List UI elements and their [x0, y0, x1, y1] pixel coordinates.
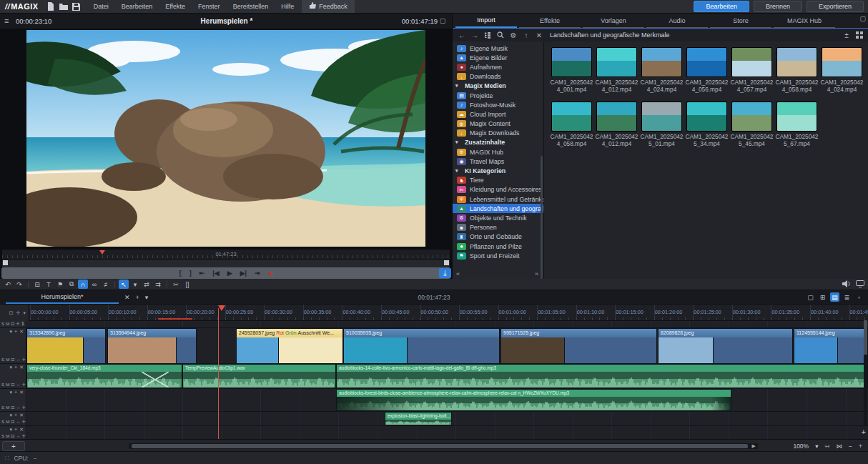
horizontal-scrollbar-thumb[interactable] — [132, 444, 748, 448]
video-clip[interactable]: 510035935.jpeg — [343, 328, 500, 363]
link-tracks-button[interactable]: ∞ — [89, 280, 99, 289]
track-size-icon[interactable]: ↔ — [16, 382, 20, 387]
track-lane-4[interactable]: audioblocks-forest-birds-close-ambience-… — [26, 389, 868, 411]
track-header-4[interactable]: ▾+✕SM⊡↔✛4 — [0, 389, 26, 411]
sidebar-item-tiere[interactable]: ♞Tiere — [453, 176, 543, 185]
vertical-scrollbar-thumb[interactable] — [864, 320, 867, 355]
sidebar-group-ki-kategorien[interactable]: ▾KI Kategorien — [453, 166, 543, 175]
media-file-item[interactable]: CAM1_20250424_012.mp4 — [594, 47, 639, 94]
menu-fenster[interactable]: Fenster — [192, 3, 227, 10]
media-file-item[interactable]: CAM1_20250424_057.mp4 — [729, 47, 774, 94]
track-lock-icon[interactable]: ⊡ — [11, 419, 14, 424]
track-close-icon[interactable]: ✕ — [19, 413, 24, 418]
jump-start-button[interactable]: ⇤ — [199, 270, 205, 277]
mute-button[interactable]: M — [6, 321, 9, 326]
fx-all-icon[interactable]: ✛ — [16, 310, 21, 316]
track-header-6[interactable]: ▾+✕SM⊡↔✛6 — [0, 426, 26, 440]
mouse-mode-dropdown[interactable]: ▾ — [130, 280, 140, 289]
snap-magnet-button[interactable]: ∩ — [78, 280, 88, 289]
track-add-icon[interactable]: + — [14, 390, 17, 395]
mode-button-brennen[interactable]: Brennen — [754, 1, 802, 12]
sidebar-item-personen[interactable]: ☻Personen — [453, 223, 543, 232]
previous-frame-button[interactable]: |◀ — [212, 270, 219, 277]
sidebar-item-downloads[interactable]: ↓Downloads — [453, 72, 543, 82]
resize-thumbnails-icon[interactable]: ± — [843, 31, 850, 39]
solo-button[interactable]: S — [1, 419, 4, 424]
video-clip[interactable]: 995171525.jpeg — [500, 328, 657, 363]
preview-detach-icon[interactable]: ▢ — [438, 17, 448, 24]
track-size-icon[interactable]: ↔ — [16, 419, 20, 424]
track-lane-5[interactable]: explosion-blast-lightning-bolt... — [26, 412, 868, 425]
range-button[interactable]: [] — [182, 280, 192, 289]
close-project-tab-icon[interactable]: ✕ — [124, 294, 130, 301]
range-in-button[interactable]: [ — [179, 270, 182, 277]
mute-button[interactable]: M — [6, 405, 9, 410]
sidebar-item-magix-hub[interactable]: ⊕MAGIX Hub — [453, 147, 543, 157]
program-monitor-icon[interactable] — [856, 280, 864, 289]
sidebar-group-zusatzinhalte[interactable]: ▾Zusatzinhalte — [453, 138, 543, 147]
video-clip[interactable]: 1124555144.jpeg — [794, 328, 868, 363]
sidebar-item-orte-und-gebäude[interactable]: ♜Orte und Gebäude — [453, 232, 543, 242]
track-dropdown-icon[interactable]: ▾ — [10, 413, 13, 418]
video-preview[interactable] — [26, 30, 425, 247]
new-project-tab-icon[interactable]: + — [136, 294, 139, 301]
audio-clip[interactable]: audioblocks-14-colle-tivo-armonico-carlo… — [336, 364, 868, 388]
import-to-timeline-button[interactable]: ⤓ — [439, 268, 451, 278]
media-file-item[interactable]: CAM1_20250424_024.mp4 — [819, 47, 864, 94]
media-file-item[interactable]: CAM1_20250425_34.mp4 — [684, 102, 729, 148]
track-size-icon[interactable]: ↔ — [16, 357, 20, 362]
fit-project-icon[interactable]: ⇿ — [824, 443, 829, 450]
track-lane-6[interactable] — [26, 426, 868, 440]
lock-all-icon[interactable]: ⊡ — [9, 310, 14, 316]
jump-end-button[interactable]: ⇥ — [255, 270, 260, 277]
track-header-5[interactable]: ▾+✕SM⊡↔✛5 — [0, 412, 26, 425]
feedback-button[interactable]: Feedback — [302, 0, 355, 13]
next-frame-button[interactable]: ▶| — [240, 270, 247, 277]
sidebar-item-eigene-musik[interactable]: ♪Eigene Musik — [453, 44, 543, 53]
menu-datei[interactable]: Datei — [87, 3, 115, 10]
sidebar-item-cloud-import[interactable]: ☁Cloud Import — [453, 109, 543, 119]
clear-filter-icon[interactable]: ✕ — [536, 31, 543, 39]
track-fx-icon[interactable]: ✛ — [22, 382, 26, 387]
mute-button[interactable]: M — [6, 433, 9, 438]
up-level-icon[interactable]: ↑ — [523, 31, 530, 39]
group-button[interactable]: ⧉ — [66, 280, 77, 289]
menu-hilfe[interactable]: Hilfe — [275, 3, 300, 10]
options-gear-icon[interactable]: ⚙ — [510, 31, 517, 39]
horizontal-scrollbar[interactable]: ▶ — [129, 443, 758, 449]
playhead-handle[interactable] — [218, 305, 225, 311]
split-button[interactable]: ✂ — [171, 280, 181, 289]
view-compact-button[interactable]: ▫ — [854, 292, 864, 302]
view-multicam-button[interactable]: ≣ — [842, 292, 852, 302]
open-project-icon[interactable] — [58, 1, 69, 11]
redo-button[interactable]: ↷ — [14, 280, 24, 289]
tab-vorlagen[interactable]: Vorlagen — [583, 15, 644, 28]
track-add-icon[interactable]: + — [14, 413, 17, 418]
media-file-item[interactable]: CAM1_20250424_024.mp4 — [639, 47, 684, 94]
unlink-button[interactable]: ≠ — [101, 280, 111, 289]
zoom-out-button[interactable]: − — [849, 443, 852, 450]
sidebar-item-travel-maps[interactable]: ◉Travel Maps — [453, 157, 543, 166]
timeline-ruler[interactable]: 00:00:00:0000:00:05:0000:00:10:0000:00:1… — [29, 305, 868, 321]
sidebar-item-eigene-bilder[interactable]: ▲Eigene Bilder — [453, 53, 543, 62]
track-header-1[interactable]: SM⊡✛1 — [0, 321, 26, 327]
track-lock-icon[interactable]: ⊡ — [11, 357, 14, 362]
play-button[interactable]: ▶ — [227, 270, 232, 277]
track-lane-2[interactable]: 313342890.jpeg313594944.jpeg245928057.jp… — [26, 328, 868, 363]
fit-range-icon[interactable]: ⋈ — [837, 443, 843, 450]
track-close-icon[interactable]: ✕ — [19, 329, 24, 335]
save-project-icon[interactable] — [71, 1, 82, 11]
media-file-item[interactable]: CAM1_20250425_67.mp4 — [774, 102, 819, 148]
pager-next-button[interactable]: » — [535, 270, 538, 277]
track-size-icon[interactable]: ↔ — [16, 433, 20, 438]
mute-button[interactable]: M — [6, 419, 9, 424]
track-dropdown-icon[interactable]: ▾ — [10, 427, 13, 433]
sidebar-item-projekte[interactable]: ▤Projekte — [453, 91, 543, 100]
track-fx-icon[interactable]: ✛ — [22, 357, 26, 362]
sidebar-group-magix-medien[interactable]: ▾Magix Medien — [453, 82, 543, 91]
menu-effekte[interactable]: Effekte — [159, 3, 192, 10]
sidebar-item-aufnahmen[interactable]: ●Aufnahmen — [453, 62, 543, 71]
preview-position-marker[interactable] — [99, 250, 105, 255]
add-track-button[interactable]: + — [2, 441, 25, 451]
sidebar-item-magix-content[interactable]: ⊕Magix Content — [453, 119, 543, 129]
